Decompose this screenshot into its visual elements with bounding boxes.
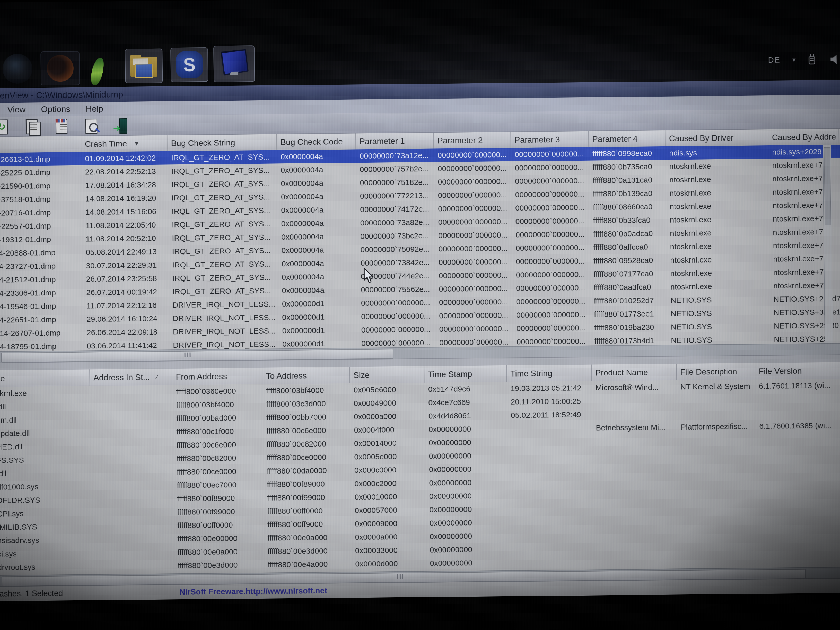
column-header[interactable]: Size	[350, 366, 425, 384]
table-cell: 26.07.2014 23:25:58	[82, 272, 169, 286]
table-cell: fffff880`0affcca0	[590, 240, 666, 254]
table-cell: fffff800`03bf4000	[172, 398, 262, 412]
table-cell	[592, 434, 677, 448]
table-cell: 0x4d4d8061	[425, 409, 507, 423]
menu-item-options[interactable]: Options	[33, 104, 78, 115]
power-plug-icon[interactable]	[807, 54, 818, 65]
exit-icon[interactable]: ➜	[114, 117, 129, 134]
table-cell: 4-21590-01.dmp	[0, 179, 82, 193]
table-cell: 00000000`000000...	[512, 174, 589, 188]
table-cell: 0x00000000	[426, 556, 508, 570]
folder-dock-slot[interactable]	[125, 49, 163, 84]
firefox-dock-slot[interactable]	[40, 51, 80, 85]
menu-item-help[interactable]: Help	[78, 104, 111, 114]
table-cell: 14-21512-01.dmp	[0, 273, 83, 287]
table-cell: fffff880`019ba230	[591, 321, 667, 335]
folder-icon	[130, 55, 157, 77]
column-header[interactable]: Parameter 2	[434, 132, 511, 149]
refresh-icon[interactable]: ↻	[0, 118, 9, 134]
column-header[interactable]: Product Name	[592, 364, 677, 381]
vertical-scrollbar-thumb[interactable]	[824, 147, 831, 225]
table-cell	[92, 546, 174, 560]
table-cell: 0x0000004a	[278, 230, 357, 244]
table-cell: 0x00000000	[426, 543, 508, 557]
skype-dock-slot[interactable]: S	[171, 47, 208, 82]
table-cell: ndis.sys	[666, 145, 769, 160]
column-header[interactable]: Address In St...∕	[90, 368, 172, 386]
column-header[interactable]: e	[0, 136, 81, 153]
column-header[interactable]: Bug Check Code	[277, 133, 356, 150]
table-cell: NETIO.SYS	[667, 319, 770, 334]
column-header[interactable]: From Address	[172, 368, 262, 385]
copy-icon[interactable]	[24, 118, 39, 134]
column-header[interactable]: Parameter 3	[511, 131, 589, 148]
table-cell: fffff880`00ec7000	[173, 478, 263, 492]
table-cell	[593, 460, 677, 475]
column-header[interactable]: To Address	[262, 367, 350, 384]
table-cell	[756, 432, 840, 446]
table-cell: 0x000c2000	[351, 476, 425, 491]
table-cell	[508, 502, 593, 516]
status-crash-count: rashes, 1 Selected	[0, 587, 180, 598]
table-cell: 00000000`000000...	[436, 322, 513, 336]
table-cell: 00000000`000000...	[435, 295, 512, 309]
column-header[interactable]: Parameter 1	[356, 133, 434, 149]
scrollbar-grip-icon	[397, 575, 403, 579]
table-cell: 0x00000000	[426, 502, 508, 516]
table-cell	[756, 472, 840, 486]
table-cell: 0x00000000	[426, 516, 508, 530]
bluescreenview-dock-slot[interactable]	[213, 45, 255, 82]
table-cell: om.dll	[0, 412, 90, 427]
table-cell: fffff880`00e3d000	[174, 558, 264, 572]
table-cell	[594, 541, 678, 555]
column-header[interactable]: Parameter 4	[589, 131, 666, 147]
column-header[interactable]: ne	[0, 369, 90, 387]
table-cell: IRQL_GT_ZERO_AT_SYS...	[168, 190, 277, 205]
find-icon[interactable]	[84, 118, 99, 134]
table-cell	[508, 488, 593, 502]
table-cell: fffff880`00e4a000	[264, 557, 352, 572]
column-header[interactable]: Caused By Addre	[768, 129, 839, 145]
column-header[interactable]: File Version	[755, 362, 840, 379]
column-header[interactable]: File Description	[677, 363, 755, 381]
table-cell	[90, 425, 173, 439]
table-cell: 00000000`000000...	[434, 188, 512, 202]
table-cell: ntoskrnl.exe	[666, 172, 769, 186]
table-cell: 6.1.7600.16385 (wi...	[756, 419, 840, 433]
nirsoft-url-link[interactable]: http://www.nirsoft.net	[246, 586, 327, 596]
table-cell: 14-22651-01.dmp	[0, 313, 83, 327]
green-leaf-icon[interactable]	[90, 57, 104, 86]
column-header[interactable]: Bug Check String	[167, 134, 277, 151]
column-header[interactable]: Crash Time▼	[81, 135, 167, 152]
table-cell: 11.07.2014 22:12:16	[83, 298, 169, 313]
language-indicator[interactable]: DE	[768, 55, 780, 64]
table-cell: 29.06.2014 16:10:24	[83, 312, 169, 326]
system-tray: DE ▾	[768, 49, 839, 70]
chrome-browser-icon[interactable]	[2, 54, 32, 84]
table-cell: 0x00000000	[425, 462, 508, 476]
table-cell: 00000000`000000...	[435, 242, 512, 256]
table-cell: fffff880`0aa3fca0	[590, 280, 667, 294]
table-cell: fffff880`00e0a000	[264, 531, 351, 545]
table-cell: 30.07.2014 22:29:31	[82, 258, 169, 272]
table-cell	[756, 526, 840, 540]
window-title: reenView - C:\Windows\Minidump	[0, 89, 123, 101]
hidden-icons-arrow-icon[interactable]: ▾	[792, 55, 796, 63]
table-cell: 00000000`75182e...	[356, 175, 434, 189]
table-cell: IRQL_GT_ZERO_AT_SYS...	[168, 244, 278, 258]
speaker-icon[interactable]	[829, 54, 838, 64]
table-cell: 0x00000000	[425, 436, 507, 450]
table-cell: 00000000`757b2e...	[356, 162, 434, 176]
table-cell: fffff880`00c1f000	[173, 425, 263, 439]
table-cell: 14.08.2014 15:16:06	[82, 205, 168, 219]
mouse-cursor-icon	[364, 268, 375, 284]
bluescreenview-icon	[220, 50, 248, 78]
table-cell: ntoskrnl.exe	[666, 226, 769, 240]
column-header[interactable]: Caused By Driver	[665, 129, 769, 147]
column-header[interactable]: Time Stamp	[425, 365, 507, 383]
column-header[interactable]: Time String	[507, 365, 592, 382]
table-cell	[508, 542, 594, 556]
table-cell: 00000000`000000...	[511, 161, 589, 175]
properties-icon[interactable]	[54, 118, 69, 134]
menu-item-view[interactable]: View	[0, 104, 33, 115]
